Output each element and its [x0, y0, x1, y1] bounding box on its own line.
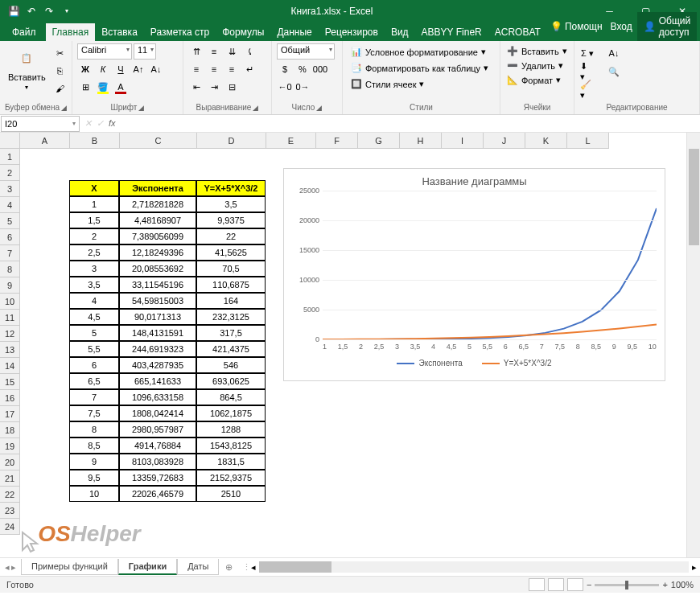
tab-Формулы[interactable]: Формулы — [216, 23, 270, 41]
row-header-15[interactable]: 15 — [0, 374, 20, 390]
dialog-launcher-icon[interactable]: ◢ — [138, 104, 144, 112]
cell-B14[interactable]: 6 — [69, 357, 119, 373]
hscroll-left-icon[interactable]: ◂ — [251, 562, 256, 573]
cell-B8[interactable]: 3 — [69, 261, 119, 277]
cell-C18[interactable]: 2980,957987 — [119, 421, 196, 438]
sheet-tab-Примеры функций[interactable]: Примеры функций — [21, 559, 118, 575]
legend-item[interactable]: Экспонента — [397, 359, 462, 368]
borders-button[interactable]: ⊞ — [77, 79, 93, 95]
col-header-B[interactable]: B — [70, 133, 120, 149]
cell-C13[interactable]: 244,6919323 — [119, 341, 196, 357]
currency-button[interactable]: $ — [277, 61, 293, 77]
increase-font-button[interactable]: A↑ — [130, 61, 146, 77]
row-header-24[interactable]: 24 — [0, 519, 20, 535]
row-header-19[interactable]: 19 — [0, 438, 20, 454]
page-break-view-button[interactable] — [567, 578, 583, 591]
font-color-button[interactable]: A — [113, 79, 129, 95]
cell-B7[interactable]: 2,5 — [69, 244, 119, 261]
cell-C6[interactable]: 7,389056099 — [119, 228, 196, 244]
cell-D13[interactable]: 421,4375 — [196, 341, 266, 357]
add-sheet-button[interactable]: ⊕ — [219, 562, 239, 573]
cell-C11[interactable]: 90,0171313 — [119, 309, 196, 325]
tab-file[interactable]: Файл — [2, 23, 46, 41]
row-header-16[interactable]: 16 — [0, 390, 20, 406]
cell-C8[interactable]: 20,08553692 — [119, 261, 196, 277]
format-cells-button[interactable]: 📐 Формат ▾ — [505, 74, 569, 86]
vertical-scrollbar[interactable] — [686, 133, 700, 557]
merge-button[interactable]: ⊟ — [224, 79, 240, 95]
underline-button[interactable]: Ч — [113, 61, 129, 77]
col-header-K[interactable]: K — [525, 133, 567, 149]
cell-C7[interactable]: 12,18249396 — [119, 244, 196, 261]
tab-Главная[interactable]: Главная — [46, 23, 96, 41]
align-center-button[interactable]: ≡ — [206, 61, 222, 77]
cell-B5[interactable]: 1,5 — [69, 212, 119, 228]
worksheet-grid[interactable]: ABCDEFGHIJKL 123456789101112131415161718… — [0, 133, 700, 557]
cell-D10[interactable]: 164 — [196, 293, 266, 309]
percent-button[interactable]: % — [294, 61, 311, 77]
tab-Данные[interactable]: Данные — [270, 23, 318, 41]
sheet-tab-Даты[interactable]: Даты — [177, 559, 219, 575]
cancel-formula-icon[interactable]: ✕ — [84, 118, 92, 129]
increase-indent-button[interactable]: ⇥ — [206, 79, 222, 95]
cell-D5[interactable]: 9,9375 — [196, 212, 266, 228]
cell-C22[interactable]: 22026,46579 — [119, 486, 196, 502]
col-header-A[interactable]: A — [20, 133, 70, 149]
find-select-button[interactable]: 🔍 — [603, 64, 624, 80]
cell-B22[interactable]: 10 — [69, 486, 119, 502]
tab-Вставка[interactable]: Вставка — [95, 23, 144, 41]
cell-B11[interactable]: 4,5 — [69, 309, 119, 325]
conditional-formatting-button[interactable]: 📊 Условное форматирование ▾ — [348, 45, 492, 59]
chart-series-Y=X+5*X^3/2[interactable] — [323, 324, 657, 339]
wrap-text-button[interactable]: ↵ — [241, 61, 257, 77]
tab-Разметка стр[interactable]: Разметка стр — [144, 23, 216, 41]
font-size-combo[interactable]: 11 — [134, 43, 156, 60]
row-header-1[interactable]: 1 — [0, 149, 20, 165]
row-header-23[interactable]: 23 — [0, 503, 20, 519]
cell-C9[interactable]: 33,11545196 — [119, 277, 196, 293]
increase-decimal-button[interactable]: ←0 — [277, 79, 293, 95]
name-box[interactable]: I20 — [1, 116, 80, 132]
format-as-table-button[interactable]: 📑 Форматировать как таблицу ▾ — [348, 61, 492, 75]
sort-filter-button[interactable]: A↓ — [603, 45, 624, 61]
row-header-9[interactable]: 9 — [0, 277, 20, 294]
row-header-21[interactable]: 21 — [0, 470, 20, 487]
cell-D14[interactable]: 546 — [196, 357, 266, 373]
col-header-C[interactable]: C — [120, 133, 197, 149]
zoom-out-button[interactable]: − — [587, 580, 591, 590]
chart-title[interactable]: Название диаграммы — [284, 169, 665, 191]
decrease-decimal-button[interactable]: 0→ — [294, 79, 311, 95]
align-right-button[interactable]: ≡ — [224, 61, 240, 77]
select-all-button[interactable] — [0, 133, 20, 149]
sheet-nav-first-icon[interactable]: ◂ — [5, 562, 10, 573]
cell-styles-button[interactable]: 🔲 Стили ячеек ▾ — [348, 77, 492, 91]
col-header-G[interactable]: G — [358, 133, 400, 149]
decrease-indent-button[interactable]: ⇤ — [188, 79, 204, 95]
cell-D22[interactable]: 2510 — [196, 486, 266, 502]
cell-C20[interactable]: 8103,083928 — [119, 454, 196, 470]
row-header-13[interactable]: 13 — [0, 342, 20, 358]
cell-B16[interactable]: 7 — [69, 389, 119, 405]
dialog-launcher-icon[interactable]: ◢ — [253, 104, 258, 112]
qat-customize-icon[interactable]: ▾ — [61, 6, 72, 17]
cell-C10[interactable]: 54,59815003 — [119, 293, 196, 309]
cell-D7[interactable]: 41,5625 — [196, 244, 266, 261]
tab-Вид[interactable]: Вид — [385, 23, 415, 41]
row-header-18[interactable]: 18 — [0, 422, 20, 438]
cell-D18[interactable]: 1288 — [196, 421, 266, 438]
autosum-button[interactable]: Σ ▾ — [579, 45, 595, 61]
cell-C21[interactable]: 13359,72683 — [119, 470, 196, 486]
align-bottom-button[interactable]: ⇊ — [224, 43, 240, 60]
number-format-combo[interactable]: Общий — [277, 43, 335, 60]
cell-C5[interactable]: 4,48168907 — [119, 212, 196, 228]
zoom-slider[interactable] — [595, 584, 659, 586]
row-header-3[interactable]: 3 — [0, 181, 20, 197]
save-icon[interactable]: 💾 — [8, 6, 19, 17]
comma-button[interactable]: 000 — [312, 61, 328, 77]
cell-C15[interactable]: 665,141633 — [119, 373, 196, 389]
legend-item[interactable]: Y=X+5*X^3/2 — [482, 359, 552, 368]
zoom-level[interactable]: 100% — [671, 580, 694, 590]
cell-D20[interactable]: 1831,5 — [196, 454, 266, 470]
login-button[interactable]: Вход — [607, 21, 636, 32]
decrease-font-button[interactable]: A↓ — [148, 61, 164, 77]
